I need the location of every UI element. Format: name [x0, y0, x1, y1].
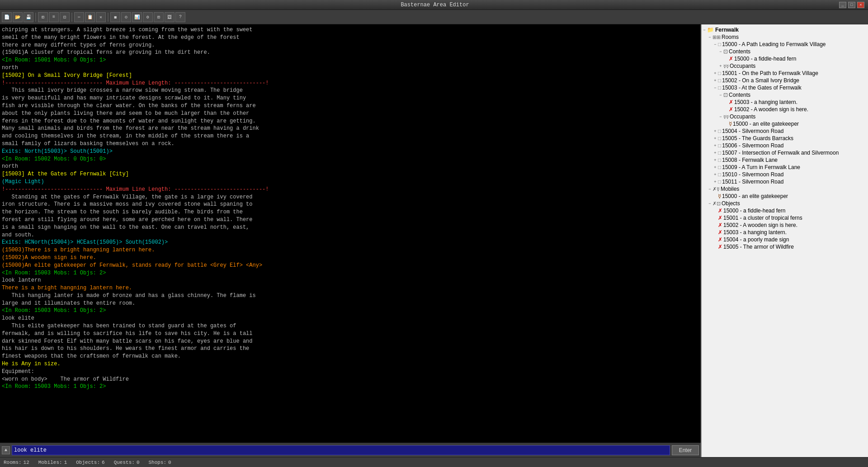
tree-expander-blank — [712, 208, 718, 213]
toolbar-separator — [35, 13, 36, 22]
tree-item[interactable]: ✗15001 - a cluster of tropical ferns — [702, 214, 868, 222]
tree-expander[interactable]: − — [718, 92, 723, 98]
toolbar-btn-btn15[interactable]: 🖼 — [165, 12, 175, 22]
toolbar-btn-btn7[interactable]: ✂ — [74, 12, 84, 22]
maximize-button[interactable]: □ — [848, 2, 855, 8]
tree-item[interactable]: +□15007 - Intersection of Fernwalk and S… — [702, 149, 868, 156]
toolbar-btn-btn14[interactable]: ⊞ — [154, 12, 164, 22]
tree-expander[interactable]: + — [712, 71, 718, 76]
tree-item-label: Rooms — [722, 34, 739, 40]
toolbar-btn-open[interactable]: 📂 — [13, 12, 23, 22]
toolbar-btn-btn10[interactable]: ◼ — [110, 12, 120, 22]
tree-item[interactable]: ✗15004 - a poorly made sign — [702, 236, 868, 243]
objects-label: Objects: — [76, 460, 100, 465]
tree-expander[interactable]: + — [712, 157, 718, 163]
tree-item[interactable]: −📁Fernwalk — [702, 26, 868, 33]
tree-item-label: Mobiles — [721, 186, 739, 192]
tree-item[interactable]: −☿☿Occupants — [702, 113, 868, 120]
toolbar-btn-btn9[interactable]: ✕ — [96, 12, 106, 22]
tree-expander[interactable]: − — [712, 85, 718, 90]
tree-expander[interactable]: − — [707, 201, 712, 206]
tree-item[interactable]: +□15011 - Silvermoon Road — [702, 178, 868, 185]
tree-item[interactable]: −□15000 - A Path Leading to Fernwalk Vil… — [702, 41, 868, 48]
tree-item[interactable]: ☿15000 - an elite gatekeeper — [702, 193, 868, 200]
terminal-line: (15002)A wooden sign is here. — [2, 254, 699, 262]
tree-item[interactable]: −□15003 - At the Gates of Fernwalk — [702, 84, 868, 91]
terminal-line: chirping at strangers. A slight breeze i… — [2, 26, 699, 34]
tree-item[interactable]: +□15004 - Silvermoon Road — [702, 127, 868, 135]
terminal-line: ferns in the forest due to the amounts o… — [2, 118, 699, 125]
terminal-output[interactable]: chirping at strangers. A slight breeze i… — [0, 24, 701, 443]
tree-item-label: 15005 - The armor of Wildfire — [723, 244, 794, 250]
tree-item[interactable]: −✗⊡Objects — [702, 200, 868, 207]
tree-item[interactable]: +□15006 - Silvermoon Road — [702, 142, 868, 149]
tree-item[interactable]: +□15008 - Fernwalk Lane — [702, 156, 868, 164]
tree-item[interactable]: −⊞⊞Rooms — [702, 33, 868, 41]
tree-item[interactable]: +□15001 - On the Path to Fernwalk Villag… — [702, 70, 868, 77]
tree-item-label: 15000 - a fiddle-head fern — [734, 56, 796, 62]
terminal-line: Equipment: — [2, 368, 699, 376]
close-button[interactable]: ✕ — [857, 2, 864, 8]
toolbar-btn-btn13[interactable]: ⚙ — [143, 12, 153, 22]
tree-item[interactable]: −⊡Contents — [702, 48, 868, 55]
terminal-line: finest weapons that the craftsmen of fer… — [2, 353, 699, 360]
tree-item-label: 15011 - Silvermoon Road — [722, 179, 783, 185]
tree-expander[interactable]: + — [712, 179, 718, 184]
tree-expander[interactable]: + — [712, 78, 718, 83]
toolbar-btn-btn4[interactable]: ⊞ — [38, 12, 48, 22]
command-input[interactable] — [12, 445, 670, 455]
tree-item[interactable]: ✗15000 - a fiddle-head fern — [702, 55, 868, 62]
toolbar-btn-save[interactable]: 💾 — [24, 12, 33, 22]
tree-item[interactable]: +□15002 - On a Small Ivory Bridge — [702, 77, 868, 84]
toolbar-btn-new[interactable]: 📄 — [2, 12, 12, 22]
fernwalk-folder-icon: 📁 — [707, 27, 714, 33]
tree-item[interactable]: +□15009 - A Turn in Fernwalk Lane — [702, 164, 868, 171]
tree-item[interactable]: ✗15000 - a fiddle-head fern — [702, 207, 868, 214]
tree-expander[interactable]: + — [712, 165, 718, 170]
tree-expander[interactable]: − — [712, 42, 718, 47]
tree-panel[interactable]: −📁Fernwalk−⊞⊞Rooms−□15000 - A Path Leadi… — [701, 24, 868, 457]
tree-item[interactable]: ✗15005 - The armor of Wildfire — [702, 243, 868, 250]
tree-item[interactable]: −✗☿Mobiles — [702, 185, 868, 193]
tree-item[interactable]: ✗15003 - a hanging lantern. — [702, 99, 868, 106]
toolbar-btn-btn5[interactable]: ≡ — [49, 12, 59, 22]
tree-expander[interactable]: + — [718, 63, 723, 69]
toolbar-btn-btn16[interactable]: ? — [175, 12, 185, 22]
terminal-line: This elite gatekeeper has been trained t… — [2, 322, 699, 330]
tree-item[interactable]: ✗15002 - A wooden sign is here. — [702, 222, 868, 229]
enter-button[interactable]: Enter — [672, 445, 699, 455]
toolbar-separator — [71, 13, 72, 22]
terminal-line: This hanging lanter is made of bronze an… — [2, 292, 699, 300]
window-controls: _ □ ✕ — [839, 2, 864, 8]
minimize-button[interactable]: _ — [839, 2, 846, 8]
tree-item[interactable]: ✗15002 - A wooden sign is here. — [702, 106, 868, 113]
scroll-button[interactable]: ▲ — [2, 446, 10, 454]
toolbar-btn-btn8[interactable]: 📋 — [85, 12, 95, 22]
tree-expander[interactable]: + — [712, 143, 718, 148]
tree-expander[interactable]: − — [707, 34, 712, 40]
tree-expander[interactable]: + — [712, 128, 718, 134]
tree-expander[interactable]: + — [712, 136, 718, 141]
tree-expander[interactable]: + — [712, 172, 718, 177]
toolbar-btn-btn12[interactable]: 📊 — [132, 12, 142, 22]
tree-expander[interactable]: − — [718, 49, 723, 54]
terminal-line: (15000)An elite gatekeeper of Fernwalk, … — [2, 262, 699, 269]
tree-expander[interactable]: − — [707, 186, 712, 192]
toolbar-btn-btn6[interactable]: ⊡ — [60, 12, 70, 22]
tree-item[interactable]: ✗15003 - a hanging lantern. — [702, 229, 868, 236]
tree-item[interactable]: +☿☿Occupants — [702, 62, 868, 70]
tree-expander[interactable]: − — [718, 114, 723, 119]
toolbar-btn-btn11[interactable]: ⊙ — [121, 12, 131, 22]
tree-item[interactable]: ☿15000 - an elite gatekeeper — [702, 120, 868, 127]
tree-item[interactable]: +□15010 - Silvermoon Road — [702, 171, 868, 178]
tree-expander[interactable]: − — [702, 27, 707, 33]
tree-item[interactable]: +□15005 - The Guards Barracks — [702, 135, 868, 142]
tree-expander[interactable]: + — [712, 150, 718, 156]
shops-label: Shops: — [148, 460, 166, 465]
terminal-line: There is a bright hangning lantern here. — [2, 284, 699, 292]
terminal-line: (15001)A cluster of tropical ferns are g… — [2, 49, 699, 57]
tree-item[interactable]: −⊡Contents — [702, 91, 868, 99]
terminal-line: north — [2, 64, 699, 72]
status-mobiles: Mobiles: 1 — [38, 460, 67, 465]
terminal-line: is a small sign hanging on the wall to t… — [2, 224, 699, 231]
